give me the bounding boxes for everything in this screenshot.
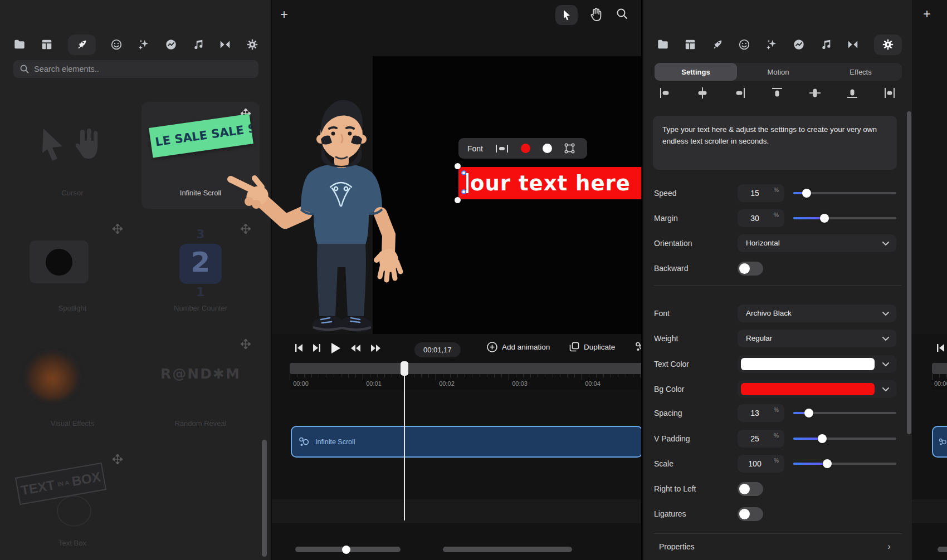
skip-start-icon[interactable]: [937, 344, 944, 352]
clip-label: Infinite Scroll: [315, 438, 355, 446]
properties-section-header[interactable]: Properties ›: [643, 538, 913, 556]
templates-icon[interactable]: [41, 38, 53, 51]
weight-select[interactable]: Regular: [738, 330, 896, 347]
add-animation-button[interactable]: Add animation: [487, 342, 550, 352]
align-right-icon[interactable]: [734, 87, 746, 99]
textbox-word: IN A: [57, 479, 70, 488]
add-scene-button[interactable]: +: [923, 7, 931, 21]
rocket-icon[interactable]: [711, 38, 724, 51]
font-menu-button[interactable]: Font: [467, 144, 483, 153]
transitions-icon[interactable]: [219, 38, 231, 51]
margin-number-input[interactable]: 30%: [738, 209, 784, 227]
fast-forward-icon[interactable]: [371, 345, 380, 352]
skip-end-icon[interactable]: [313, 344, 320, 352]
scroller-text-input[interactable]: Type your text here & adjust the setting…: [653, 116, 897, 170]
scrub-bar[interactable]: [290, 363, 642, 374]
timeline-track-row: [912, 499, 947, 523]
settings-tab-active[interactable]: [874, 35, 902, 55]
zoom-knob[interactable]: [342, 546, 350, 554]
play-icon[interactable]: [331, 343, 340, 353]
transitions-icon[interactable]: [847, 38, 859, 51]
folder-icon[interactable]: [657, 38, 669, 51]
tab-motion[interactable]: Motion: [737, 63, 819, 81]
distribute-h-icon[interactable]: [883, 87, 896, 99]
align-left-icon[interactable]: [659, 87, 671, 99]
rtl-toggle[interactable]: [738, 482, 763, 496]
backward-toggle[interactable]: [738, 262, 763, 276]
drag-move-icon[interactable]: [113, 224, 123, 234]
timeline-ruler[interactable]: 00:00: [932, 374, 947, 390]
bg-color-dot[interactable]: [521, 144, 530, 153]
search-input[interactable]: Search elements..: [13, 60, 258, 78]
panel-scrollbar[interactable]: [262, 440, 267, 557]
scale-number-input[interactable]: 100%: [738, 455, 784, 473]
charts-icon[interactable]: [793, 38, 805, 51]
align-center-v-icon[interactable]: [809, 87, 821, 99]
speed-number-input[interactable]: 15%: [738, 184, 784, 202]
editor-canvas-region: + Font our text here: [272, 0, 642, 560]
emoji-icon[interactable]: [738, 38, 750, 51]
text-color-dot[interactable]: [543, 144, 552, 153]
element-card-cursor[interactable]: Cursor: [13, 102, 131, 209]
hand-tool-button[interactable]: [589, 7, 603, 24]
timeline-zoom-scrollbar[interactable]: [938, 547, 947, 552]
add-scene-button[interactable]: +: [280, 8, 288, 21]
text-color-select[interactable]: [738, 355, 896, 373]
sparkles-icon[interactable]: [765, 38, 778, 51]
selection-handle-bottom-left[interactable]: [455, 197, 461, 203]
elements-tab-active[interactable]: [68, 35, 96, 55]
v-padding-slider[interactable]: [793, 438, 896, 440]
settings-tabs: Settings Motion Effects: [655, 63, 902, 81]
text-scroller-banner[interactable]: our text here: [458, 167, 642, 199]
charts-icon[interactable]: [165, 38, 177, 51]
zoom-search-button[interactable]: [616, 8, 628, 22]
sparkles-icon[interactable]: [138, 38, 150, 51]
timeline-clip-infinite-scroll[interactable]: Infinite Scroll: [291, 426, 642, 458]
music-icon[interactable]: [192, 38, 204, 51]
timeline-h-scrollbar[interactable]: [443, 547, 572, 552]
emoji-icon[interactable]: [110, 38, 123, 51]
element-card-infinite-scroll[interactable]: LE SALE SALE S Infinite Scroll: [141, 102, 260, 209]
selection-anchor-top[interactable]: [461, 170, 466, 175]
align-bottom-icon[interactable]: [846, 87, 858, 99]
align-top-icon[interactable]: [771, 87, 783, 99]
drag-move-icon[interactable]: [241, 339, 251, 349]
element-card-number-counter[interactable]: 3 2 1 Number Counter: [141, 217, 260, 324]
tab-settings[interactable]: Settings: [655, 63, 737, 81]
element-card-visual-effects[interactable]: Visual Effects: [13, 332, 131, 439]
speed-slider[interactable]: [793, 192, 896, 194]
element-card-spotlight[interactable]: Spotlight: [13, 217, 131, 324]
cursor-tool-button[interactable]: [555, 5, 578, 25]
margin-slider[interactable]: [793, 217, 896, 219]
font-select[interactable]: Archivo Black: [738, 304, 896, 322]
timeline-clip-infinite-scroll[interactable]: [932, 426, 947, 458]
bg-color-select[interactable]: [738, 380, 896, 398]
letter-spacing-icon[interactable]: [495, 144, 509, 153]
scale-slider[interactable]: [793, 463, 896, 465]
scrub-bar[interactable]: [932, 363, 947, 374]
rewind-icon[interactable]: [351, 345, 360, 352]
panel-scrollbar[interactable]: [907, 111, 911, 434]
app-stage: + Font our text here: [0, 0, 947, 560]
folder-icon[interactable]: [13, 38, 26, 51]
timeline-ruler[interactable]: 00:00 00:01 00:02 00:03 00:04: [290, 374, 642, 390]
skip-start-icon[interactable]: [295, 344, 302, 352]
settings-gear-icon[interactable]: [246, 38, 258, 51]
selection-handle-top-left[interactable]: [455, 163, 461, 169]
ligatures-toggle[interactable]: [738, 507, 763, 521]
align-center-h-icon[interactable]: [696, 87, 709, 99]
templates-icon[interactable]: [684, 38, 696, 51]
transform-frame-icon[interactable]: [564, 143, 575, 154]
spacing-number-input[interactable]: 13%: [738, 404, 784, 422]
orientation-select[interactable]: Horizontal: [738, 234, 896, 252]
tab-effects[interactable]: Effects: [819, 63, 902, 81]
element-card-random-reveal[interactable]: R@ND✱M Random Reveal: [141, 332, 260, 439]
spacing-slider[interactable]: [793, 412, 896, 414]
music-icon[interactable]: [820, 38, 832, 51]
v-padding-number-input[interactable]: 25%: [738, 430, 784, 448]
timeline-zoom-scrollbar[interactable]: [295, 547, 401, 552]
duplicate-button[interactable]: Duplicate: [569, 342, 615, 352]
selection-anchor-bottom[interactable]: [461, 189, 466, 194]
element-card-text-box[interactable]: TEXT IN A BOX Text Box: [13, 448, 131, 554]
drag-move-icon[interactable]: [113, 454, 123, 464]
